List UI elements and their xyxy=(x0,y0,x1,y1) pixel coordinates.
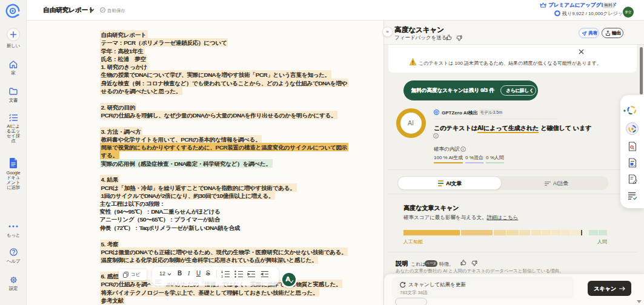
svg-text:3: 3 xyxy=(221,274,223,278)
